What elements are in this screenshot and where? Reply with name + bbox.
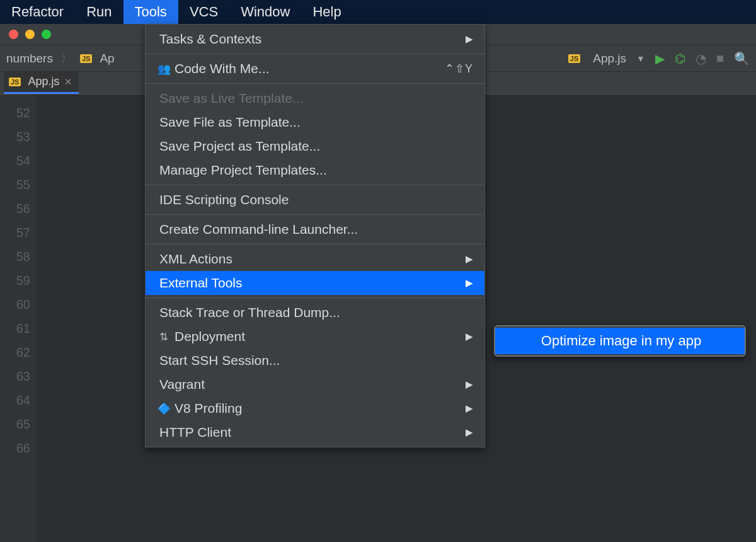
- close-window-icon[interactable]: [9, 30, 18, 39]
- breadcrumb-root[interactable]: numbers: [6, 52, 53, 66]
- line-number: 57: [0, 221, 30, 245]
- menu-item[interactable]: Stack Trace or Thread Dump...: [146, 301, 484, 325]
- menu-item-label: Manage Project Templates...: [159, 163, 327, 178]
- submenu-arrow-icon: ▶: [466, 427, 473, 438]
- editor-tab-label: App.js: [28, 75, 59, 88]
- menu-item-label: Stack Trace or Thread Dump...: [159, 305, 340, 320]
- menu-item[interactable]: Tasks & Contexts▶: [146, 27, 484, 51]
- menu-item[interactable]: Vagrant▶: [146, 372, 484, 396]
- menu-item[interactable]: Create Command-line Launcher...: [146, 217, 484, 241]
- line-number: 64: [0, 388, 30, 412]
- people-icon: 👥: [156, 62, 172, 76]
- line-number: 52: [0, 101, 30, 125]
- line-number: 58: [0, 245, 30, 268]
- menu-item-label: Save File as Template...: [159, 115, 301, 130]
- submenu-arrow-icon: ▶: [466, 277, 473, 289]
- menu-item[interactable]: ⇅Deployment▶: [146, 325, 484, 349]
- menu-item-label: External Tools: [159, 275, 243, 291]
- line-number: 56: [0, 197, 30, 221]
- menu-item[interactable]: Start SSH Session...: [146, 349, 484, 372]
- submenu-item-label: Optimize image in my app: [541, 333, 701, 349]
- line-number: 53: [0, 125, 30, 149]
- line-number: 62: [0, 340, 30, 364]
- line-number: 55: [0, 173, 30, 197]
- minimize-window-icon[interactable]: [25, 30, 35, 39]
- external-tools-submenu: Optimize image in my app: [494, 325, 746, 357]
- menu-separator: [146, 214, 484, 215]
- submenu-item-optimize-image[interactable]: Optimize image in my app: [495, 328, 745, 354]
- editor-tab-appjs[interactable]: JS App.js ✕: [4, 72, 79, 94]
- menubar-item-run[interactable]: Run: [75, 0, 123, 24]
- menu-item-label: IDE Scripting Console: [159, 192, 289, 207]
- menubar-item-vcs[interactable]: VCS: [178, 0, 229, 24]
- line-number: 60: [0, 292, 30, 316]
- v8-icon: 🔷: [156, 402, 172, 415]
- submenu-arrow-icon: ▶: [466, 379, 473, 390]
- menu-shortcut: ⌃⇧Y: [445, 62, 473, 76]
- menu-item[interactable]: HTTP Client▶: [146, 420, 484, 444]
- zoom-window-icon[interactable]: [42, 30, 51, 39]
- stop-button-icon[interactable]: ■: [716, 51, 724, 66]
- breadcrumb-file[interactable]: Ap: [100, 52, 114, 66]
- menu-item-label: Deployment: [175, 329, 245, 344]
- coverage-button-icon[interactable]: ◔: [696, 51, 706, 66]
- menu-item[interactable]: External Tools▶: [146, 271, 484, 295]
- menu-item[interactable]: 👥Code With Me...⌃⇧Y: [146, 57, 484, 81]
- deploy-icon: ⇅: [156, 330, 172, 343]
- run-button-icon[interactable]: ▶: [655, 51, 665, 66]
- menu-item-label: Vagrant: [159, 377, 205, 392]
- menu-separator: [146, 83, 484, 84]
- menu-separator: [146, 54, 484, 54]
- submenu-arrow-icon: ▶: [466, 33, 473, 45]
- menu-separator: [146, 185, 484, 185]
- menu-item[interactable]: 🔷V8 Profiling▶: [146, 396, 484, 420]
- menu-item[interactable]: Manage Project Templates...: [146, 158, 484, 182]
- submenu-arrow-icon: ▶: [466, 403, 473, 414]
- chevron-down-icon[interactable]: ▼: [636, 54, 645, 64]
- js-file-icon: JS: [9, 78, 21, 86]
- submenu-arrow-icon: ▶: [466, 253, 473, 265]
- search-icon[interactable]: 🔍: [734, 51, 750, 66]
- tools-menu: Tasks & Contexts▶👥Code With Me...⌃⇧YSave…: [145, 24, 485, 447]
- menu-item: Save as Live Template...: [146, 86, 484, 110]
- menu-item-label: XML Actions: [159, 251, 232, 267]
- submenu-arrow-icon: ▶: [466, 331, 473, 342]
- js-file-icon: JS: [80, 54, 92, 63]
- debug-button-icon[interactable]: ⌬: [675, 51, 685, 66]
- menu-item[interactable]: IDE Scripting Console: [146, 188, 484, 212]
- menubar-item-help[interactable]: Help: [301, 0, 352, 24]
- menu-separator: [146, 297, 484, 298]
- close-tab-icon[interactable]: ✕: [64, 76, 72, 88]
- line-number: 54: [0, 149, 30, 173]
- menubar-item-tools[interactable]: Tools: [123, 0, 178, 24]
- line-number: 63: [0, 364, 30, 388]
- menu-item[interactable]: Save File as Template...: [146, 110, 484, 134]
- menu-separator: [146, 244, 484, 245]
- menu-item-label: Code With Me...: [175, 61, 270, 76]
- menu-item-label: Tasks & Contexts: [159, 32, 261, 47]
- menu-item[interactable]: XML Actions▶: [146, 247, 484, 271]
- js-file-icon: JS: [568, 54, 580, 63]
- line-number: 61: [0, 316, 30, 340]
- menu-item[interactable]: Save Project as Template...: [146, 134, 484, 158]
- menu-item-label: V8 Profiling: [175, 401, 242, 416]
- menu-item-label: Start SSH Session...: [159, 353, 280, 368]
- menu-item-label: Save Project as Template...: [159, 139, 320, 154]
- menu-item-label: HTTP Client: [159, 425, 231, 440]
- run-config-selector[interactable]: App.js: [593, 52, 626, 66]
- menubar-item-refactor[interactable]: Refactor: [0, 0, 75, 24]
- chevron-right-icon: 〉: [58, 50, 75, 67]
- line-number: 65: [0, 412, 30, 436]
- line-number: 59: [0, 268, 30, 292]
- line-number: 66: [0, 436, 30, 460]
- menu-item-label: Create Command-line Launcher...: [159, 222, 358, 237]
- menubar-item-window[interactable]: Window: [229, 0, 301, 24]
- line-number-gutter: 525354555657585960616263646566: [0, 95, 37, 542]
- app-menubar: Refactor Run Tools VCS Window Help: [0, 0, 756, 24]
- menu-item-label: Save as Live Template...: [159, 91, 303, 106]
